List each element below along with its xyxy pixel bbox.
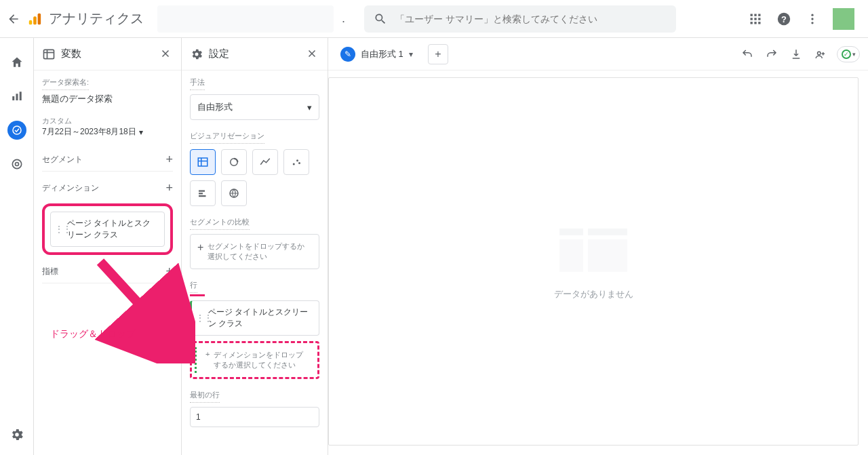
row-dimension-pill[interactable]: ⋮⋮ ページ タイトルとスクリーン クラス [190,300,319,336]
search-input[interactable] [395,14,667,24]
avatar[interactable] [833,8,854,30]
close-variables-button[interactable] [159,47,173,61]
segments-section: セグメント + [42,149,173,172]
dimension-drop-zone[interactable]: + ディメンションをドロップするか選択してください [190,341,319,379]
svg-rect-33 [199,191,205,192]
chevron-down-icon: ▾ [307,102,312,113]
share-button[interactable] [812,46,829,62]
svg-rect-6 [751,18,753,20]
visualization-label: ビジュアリゼーション [190,131,264,144]
add-dimension-button[interactable]: + [165,181,173,195]
left-rail [0,38,34,455]
rail-reports[interactable] [7,87,26,106]
svg-rect-40 [559,239,583,272]
metrics-label: 指標 [42,266,58,277]
plus-icon: + [197,241,203,254]
svg-rect-19 [19,92,21,100]
rail-explore[interactable] [7,121,26,140]
tab-label: 自由形式 1 [361,48,403,60]
drag-handle-icon[interactable]: ⋮⋮ [196,313,212,323]
segment-compare-label: セグメントの比較 [190,217,250,230]
main-area: 変数 データ探索名: 無題のデータ探索 カスタム 7月22日～2023年8月18… [0,38,868,455]
segments-label: セグメント [42,154,83,165]
svg-rect-1 [33,16,37,24]
redo-button[interactable] [764,46,780,62]
variables-panel: 変数 データ探索名: 無題のデータ探索 カスタム 7月22日～2023年8月18… [34,38,182,455]
rail-admin[interactable] [7,425,26,444]
rail-home[interactable] [7,53,26,72]
settings-panel: 設定 手法 自由形式 ▾ ビジュアリゼーション [182,38,328,455]
svg-text:?: ? [781,14,787,24]
first-row-input[interactable] [190,407,319,427]
close-settings-button[interactable] [306,47,319,61]
svg-rect-39 [588,229,627,235]
rows-underline-highlight [190,294,205,296]
canvas-area: ✎ 自由形式 1 ▾ + ✓ ▾ [328,38,868,455]
viz-donut-button[interactable] [221,149,247,175]
segment-drop-zone[interactable]: + セグメントをドロップするか選択してください [190,234,319,269]
search-box[interactable] [364,5,676,33]
undo-button[interactable] [739,46,755,62]
svg-point-16 [811,22,813,24]
technique-select[interactable]: 自由形式 ▾ [190,94,319,120]
add-segment-button[interactable]: + [165,153,173,167]
search-icon [374,12,387,26]
tab-freeform-1[interactable]: ✎ 自由形式 1 ▾ [336,44,417,64]
svg-point-31 [296,159,298,161]
date-preset: カスタム [42,116,173,126]
viz-bar-button[interactable] [190,180,216,206]
ga-logo-icon [27,12,42,26]
empty-state-icon [553,223,634,277]
svg-rect-18 [16,94,18,100]
dimensions-label: ディメンション [42,182,99,194]
highlighted-dimension-box: ⋮⋮ ページ タイトルとスクリーン クラス [42,203,173,255]
settings-icon [190,47,203,61]
canvas-actions: ✓ ▾ [739,46,860,62]
top-bar: アナリティクス . ? [0,0,868,38]
svg-point-14 [811,14,813,16]
plus-icon: + [205,350,210,370]
dimension-pill[interactable]: ⋮⋮ ページ タイトルとスクリーン クラス [50,212,165,247]
pencil-icon: ✎ [340,47,355,62]
date-range-picker[interactable]: 7月22日～2023年8月18日 ▾ [42,126,173,138]
download-button[interactable] [788,46,804,62]
svg-rect-34 [199,193,203,194]
top-icons: ? [747,8,863,30]
svg-rect-10 [754,22,756,24]
row-pill-label: ページ タイトルとスクリーン クラス [208,307,308,328]
add-metric-button[interactable]: + [165,264,173,279]
technique-value: 自由形式 [197,101,233,113]
svg-point-37 [818,52,821,55]
svg-rect-5 [758,14,760,16]
check-icon: ✓ [842,50,851,59]
exploration-name[interactable]: 無題のデータ探索 [42,93,173,105]
svg-point-32 [298,162,300,164]
property-selector[interactable] [157,5,334,33]
svg-rect-9 [751,22,753,24]
svg-point-30 [293,163,295,165]
chevron-down-icon: ▾ [409,50,413,59]
settings-title: 設定 [209,47,300,60]
svg-point-21 [12,159,21,168]
metrics-section: 指標 + [42,260,173,283]
annotation-text: ドラッグ＆ドロップ [50,328,136,340]
date-range-text: 7月22日～2023年8月18日 [42,126,136,138]
viz-geo-button[interactable] [221,180,247,206]
help-icon[interactable]: ? [776,11,792,27]
drag-handle-icon[interactable]: ⋮⋮ [55,224,71,234]
svg-point-22 [15,163,18,166]
viz-table-button[interactable] [190,149,216,175]
rail-advertising[interactable] [7,155,26,174]
svg-point-15 [811,18,813,20]
exploration-name-label: データ探索名: [42,77,89,90]
add-tab-button[interactable]: + [428,44,448,64]
visualization-grid [190,149,319,206]
more-icon[interactable] [804,11,821,27]
chevron-down-icon: ▾ [852,51,856,58]
viz-scatter-button[interactable] [283,149,309,175]
viz-line-button[interactable] [252,149,278,175]
apps-icon[interactable] [747,11,764,27]
svg-rect-11 [758,22,760,24]
back-button[interactable] [5,11,22,27]
status-indicator[interactable]: ✓ ▾ [837,46,860,62]
